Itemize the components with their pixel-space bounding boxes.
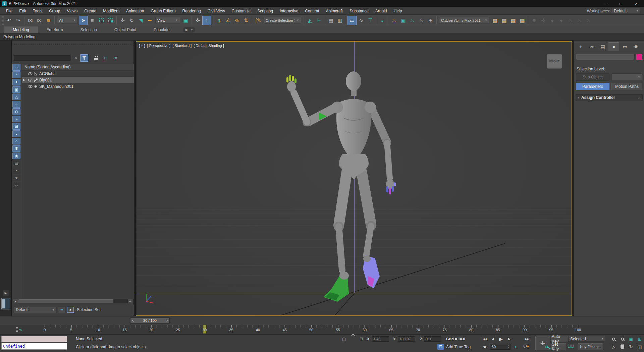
display-frozen-icon[interactable]: ✱: [12, 145, 20, 152]
menu-item-create[interactable]: Create: [81, 8, 100, 14]
keyboard-shortcut-override-icon[interactable]: ↑: [202, 16, 211, 25]
schematic-view-icon[interactable]: ⊤: [366, 16, 375, 25]
tree-row-SK_Mannequin001[interactable]: SK_Mannequin001: [22, 83, 134, 90]
material-editor-icon[interactable]: ◒: [378, 16, 387, 25]
select-and-scale-icon[interactable]: ◥: [136, 16, 145, 25]
display-lights-icon[interactable]: ✦: [12, 79, 20, 85]
angle-snap-icon[interactable]: ∠: [223, 16, 232, 25]
zoom-extents-all-icon[interactable]: ⊞: [636, 336, 643, 342]
motion-paths-button[interactable]: Motion Paths: [611, 83, 642, 90]
search-input[interactable]: [14, 55, 71, 61]
macro-recorder-pane[interactable]: [1, 336, 67, 342]
menu-item-content[interactable]: Content: [302, 8, 322, 14]
tab-hierarchy[interactable]: ▤: [597, 42, 608, 51]
toggle-ribbon-icon[interactable]: ▭: [347, 16, 357, 25]
ribbon-record-dropdown[interactable]: ◉ ▼: [183, 27, 195, 33]
close-button[interactable]: ✕: [629, 0, 644, 7]
ribbon-tab-selection[interactable]: Selection: [71, 26, 105, 33]
perspective-viewport[interactable]: FRONT [ + ][ Perspective ][ Standard ][ …: [136, 41, 572, 316]
scrollbar-track[interactable]: [18, 299, 128, 303]
visibility-eye-icon[interactable]: [28, 78, 33, 82]
menu-item-file[interactable]: File: [3, 8, 16, 14]
key-filters-button[interactable]: Key Filters...: [578, 343, 603, 350]
lock-explorer-button[interactable]: [92, 54, 100, 62]
object-name-field[interactable]: [576, 54, 635, 60]
toolbar-drag-handle[interactable]: [2, 16, 4, 25]
key-mode-toggle-button[interactable]: ◀▶: [481, 344, 488, 350]
isolate-selection-icon[interactable]: ▢: [342, 337, 346, 341]
menu-item-graph-editors[interactable]: Graph Editors: [147, 8, 179, 14]
time-slider-handle[interactable]: < 30 / 100 >: [130, 317, 170, 324]
time-slider-track[interactable]: < 30 / 100 >: [0, 316, 644, 324]
viewport-label-segment-3[interactable]: [ Default Shading ]: [194, 44, 224, 48]
disabled-teapot-icon-1[interactable]: ♨: [566, 16, 575, 25]
explorer-filter-icon[interactable]: ▼: [12, 175, 20, 181]
viewcube[interactable]: FRONT: [547, 54, 562, 68]
menu-item-animation[interactable]: Animation: [123, 8, 147, 14]
node-name[interactable]: SK_Mannequin001: [39, 84, 73, 89]
menu-item-interactive[interactable]: Interactive: [276, 8, 302, 14]
spinner-snap-icon[interactable]: ⇅: [241, 16, 251, 25]
explorer-page-icon-1[interactable]: ▤: [12, 160, 20, 167]
curve-editor-icon[interactable]: ∿: [357, 16, 366, 25]
disabled-dot-icon-2[interactable]: ●: [557, 16, 566, 25]
maximize-button[interactable]: ▢: [613, 0, 629, 7]
maximize-viewport-toggle-icon[interactable]: ◱: [636, 343, 643, 350]
viewport-label-segment-2[interactable]: [ Standard ]: [172, 44, 192, 48]
next-frame-button[interactable]: |▶: [505, 336, 513, 342]
select-and-manipulate-icon[interactable]: ✜: [193, 16, 202, 25]
menu-item-tools[interactable]: Tools: [30, 8, 46, 14]
tab-utilities[interactable]: ✹: [631, 42, 641, 51]
select-object-icon[interactable]: ➤: [79, 16, 88, 25]
disabled-teapot-icon-3[interactable]: ♨: [584, 16, 593, 25]
menu-item-edit[interactable]: Edit: [16, 8, 30, 14]
percent-snap-icon[interactable]: %: [232, 16, 241, 25]
select-by-name-icon[interactable]: ≡: [88, 16, 97, 25]
visibility-eye-icon[interactable]: [28, 72, 33, 75]
explorer-folder-icon[interactable]: ▱: [12, 182, 20, 189]
ribbon-tab-modeling[interactable]: Modeling: [4, 26, 38, 33]
menu-item-rendering[interactable]: Rendering: [179, 8, 204, 14]
node-name[interactable]: ACGlobal: [39, 71, 56, 76]
select-and-rotate-icon[interactable]: ↻: [127, 16, 136, 25]
menu-item-civil-view[interactable]: Civil View: [204, 8, 228, 14]
scroll-right-icon[interactable]: ▸: [128, 299, 132, 303]
pick-parent-button[interactable]: ⊟: [102, 54, 110, 62]
menu-item-modifiers[interactable]: Modifiers: [100, 8, 123, 14]
disabled-plus-icon[interactable]: ✛: [539, 16, 548, 25]
set-key-button[interactable]: Set Key: [551, 343, 566, 350]
next-frame-arrow[interactable]: >: [164, 319, 169, 322]
viewport-label-segment-0[interactable]: [ + ]: [139, 44, 145, 48]
ribbon-tab-populate[interactable]: Populate: [145, 26, 178, 33]
y-coord-field[interactable]: 10.107: [398, 336, 415, 342]
display-spacewarps-icon[interactable]: ≈: [12, 101, 20, 108]
zoom-icon[interactable]: [610, 336, 617, 342]
disabled-teapot-icon-2[interactable]: ♨: [575, 16, 584, 25]
ribbon-tab-object-paint[interactable]: Object Paint: [106, 26, 145, 33]
menu-item-help[interactable]: Help: [390, 8, 406, 14]
track-bar[interactable]: ∿ 05101520253035404550556065707580859095…: [0, 324, 644, 335]
workspace-window-icon-2[interactable]: ▤: [499, 16, 508, 25]
project-folder-dropdown[interactable]: C:\Users\b...s Max 2021▼: [439, 17, 489, 23]
assign-controller-rollout[interactable]: ▸ Assign Controller ∷: [576, 94, 643, 101]
menu-item-arnold[interactable]: Arnold: [372, 8, 390, 14]
select-and-move-icon[interactable]: ✛: [118, 16, 127, 25]
named-selection-sets-dropdown[interactable]: Create Selection Set▼: [264, 17, 301, 23]
previous-frame-arrow[interactable]: <: [130, 319, 136, 322]
redo-icon[interactable]: ↷: [14, 16, 23, 25]
explorer-page-icon-2[interactable]: ▪: [12, 167, 20, 174]
tab-display[interactable]: ▭: [620, 42, 630, 51]
select-and-place-icon[interactable]: ➥: [145, 16, 154, 25]
select-and-link-icon[interactable]: ⋈: [26, 16, 35, 25]
display-materials-icon[interactable]: ◒: [12, 130, 20, 137]
viewport-layout-tab-button[interactable]: [1, 298, 10, 309]
expand-panel-button[interactable]: ▶: [3, 290, 9, 296]
sub-object-dropdown[interactable]: ▼: [611, 73, 642, 81]
go-to-end-button[interactable]: ▶▶|: [523, 336, 531, 342]
window-crossing-selection-icon[interactable]: [106, 16, 115, 25]
visibility-eye-icon[interactable]: [28, 85, 33, 88]
display-containers-icon[interactable]: ⊞: [12, 123, 20, 130]
display-bones-icon[interactable]: ⌁: [12, 116, 20, 122]
default-tangent-icon[interactable]: ◐: [512, 344, 519, 350]
parameters-button[interactable]: Parameters: [576, 83, 609, 90]
